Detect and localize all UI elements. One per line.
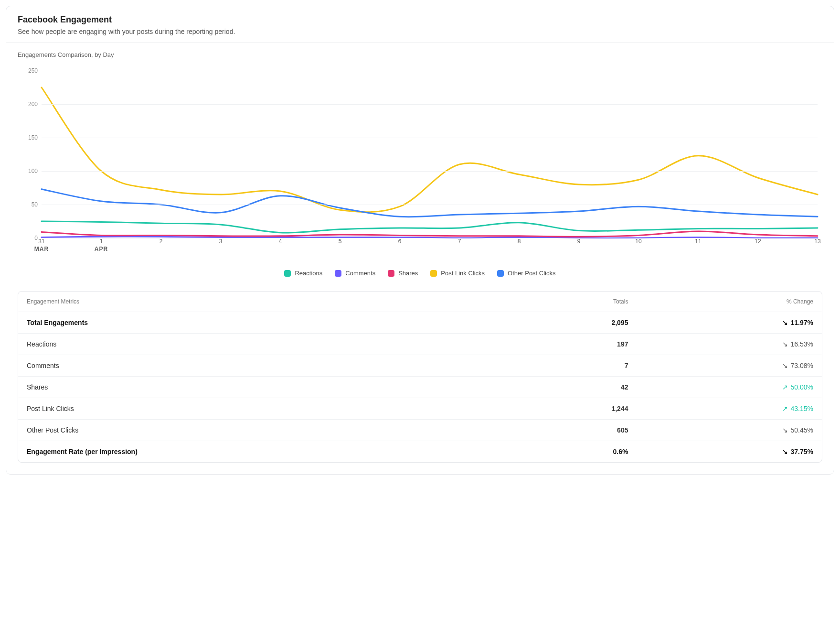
series-line: [42, 87, 818, 212]
arrow-down-icon: ↘: [782, 340, 788, 348]
table-row: Reactions197↘ 16.53%: [18, 334, 822, 355]
x-tick: 4: [279, 238, 282, 245]
col-change: % Change: [637, 292, 822, 312]
metric-label: Other Post Clicks: [18, 420, 507, 441]
x-tick: 2: [159, 238, 163, 245]
metric-change: ↘ 73.08%: [637, 355, 822, 377]
legend-label: Reactions: [295, 270, 322, 277]
series-line: [42, 231, 818, 237]
arrow-up-icon: ↗: [782, 383, 788, 391]
y-tick: 150: [28, 134, 42, 141]
legend-item[interactable]: Comments: [335, 270, 375, 277]
card-header: Facebook Engagement See how people are e…: [6, 6, 834, 43]
metric-change: ↘ 16.53%: [637, 334, 822, 355]
metric-label: Engagement Rate (per Impression): [18, 441, 507, 463]
x-tick: 6: [398, 238, 402, 245]
metric-change: ↘ 11.97%: [637, 312, 822, 334]
legend-swatch: [430, 270, 437, 277]
legend-swatch: [388, 270, 394, 277]
y-tick: 100: [28, 168, 42, 174]
arrow-up-icon: ↗: [782, 405, 788, 412]
x-tick: 7: [458, 238, 461, 245]
card-subtitle: See how people are engaging with your po…: [18, 28, 822, 35]
legend-item[interactable]: Reactions: [284, 270, 322, 277]
table-row: Post Link Clicks1,244↗ 43.15%: [18, 398, 822, 420]
metric-total: 0.6%: [507, 441, 637, 463]
col-metric: Engagement Metrics: [18, 292, 507, 312]
plot-area: 050100150200250: [42, 71, 818, 238]
legend-label: Other Post Clicks: [508, 270, 555, 277]
metric-label: Post Link Clicks: [18, 398, 507, 420]
metric-total: 197: [507, 334, 637, 355]
metric-label: Shares: [18, 377, 507, 398]
metric-total: 1,244: [507, 398, 637, 420]
legend-item[interactable]: Other Post Clicks: [497, 270, 555, 277]
metric-total: 42: [507, 377, 637, 398]
arrow-down-icon: ↘: [782, 319, 788, 326]
y-tick: 50: [32, 201, 42, 208]
legend-item[interactable]: Shares: [388, 270, 418, 277]
legend-item[interactable]: Post Link Clicks: [430, 270, 485, 277]
chart-legend: ReactionsCommentsSharesPost Link ClicksO…: [18, 267, 822, 286]
arrow-down-icon: ↘: [782, 362, 788, 369]
metric-change: ↘ 37.75%: [637, 441, 822, 463]
legend-swatch: [284, 270, 291, 277]
arrow-down-icon: ↘: [782, 426, 788, 434]
gridline: [42, 205, 818, 205]
x-tick: 13: [814, 238, 820, 245]
metric-total: 2,095: [507, 312, 637, 334]
metrics-tbody: Total Engagements2,095↘ 11.97%Reactions1…: [18, 312, 822, 463]
engagement-card: Facebook Engagement See how people are e…: [6, 6, 834, 475]
arrow-down-icon: ↘: [782, 448, 788, 455]
series-line: [42, 189, 818, 217]
metric-label: Comments: [18, 355, 507, 377]
x-axis: 31MAR1APR2345678910111213: [42, 238, 818, 262]
x-tick: 8: [518, 238, 521, 245]
legend-swatch: [497, 270, 504, 277]
legend-label: Shares: [398, 270, 418, 277]
chart-title: Engagements Comparison, by Day: [18, 51, 822, 58]
chart-frame: 050100150200250 31MAR1APR234567891011121…: [18, 61, 822, 267]
table-row: Total Engagements2,095↘ 11.97%: [18, 312, 822, 334]
metric-label: Total Engagements: [18, 312, 507, 334]
x-tick: 12: [755, 238, 761, 245]
table-row: Shares42↗ 50.00%: [18, 377, 822, 398]
gridline: [42, 171, 818, 172]
metric-total: 7: [507, 355, 637, 377]
x-tick: 9: [577, 238, 581, 245]
x-tick: 31MAR: [34, 238, 49, 252]
x-tick: 3: [219, 238, 223, 245]
legend-label: Post Link Clicks: [441, 270, 485, 277]
chart-svg: [42, 71, 818, 238]
chart-section: Engagements Comparison, by Day 050100150…: [6, 43, 834, 291]
metric-change: ↘ 50.45%: [637, 420, 822, 441]
metric-change: ↗ 43.15%: [637, 398, 822, 420]
x-tick: 1APR: [95, 238, 108, 252]
gridline: [42, 138, 818, 138]
gridline: [42, 104, 818, 105]
legend-swatch: [335, 270, 341, 277]
table-row: Comments7↘ 73.08%: [18, 355, 822, 377]
x-tick: 11: [695, 238, 701, 245]
legend-label: Comments: [345, 270, 375, 277]
metric-total: 605: [507, 420, 637, 441]
card-title: Facebook Engagement: [18, 15, 822, 25]
table-row: Other Post Clicks605↘ 50.45%: [18, 420, 822, 441]
x-tick: 10: [635, 238, 641, 245]
col-totals: Totals: [507, 292, 637, 312]
metrics-table-wrap: Engagement Metrics Totals % Change Total…: [18, 291, 822, 463]
gridline: [42, 71, 818, 71]
metrics-table: Engagement Metrics Totals % Change Total…: [18, 292, 822, 462]
y-tick: 250: [28, 67, 42, 74]
table-row: Engagement Rate (per Impression)0.6%↘ 37…: [18, 441, 822, 463]
y-tick: 200: [28, 101, 42, 108]
x-tick: 5: [339, 238, 342, 245]
metric-change: ↗ 50.00%: [637, 377, 822, 398]
metric-label: Reactions: [18, 334, 507, 355]
